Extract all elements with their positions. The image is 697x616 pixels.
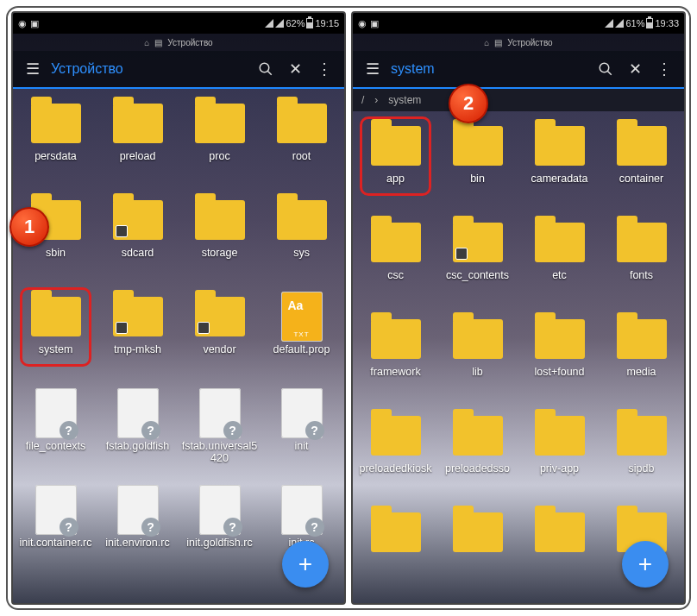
folder-item[interactable]: sys xyxy=(261,191,342,284)
folder-icon xyxy=(110,99,166,148)
item-label: cameradata xyxy=(531,173,587,185)
search-icon[interactable] xyxy=(251,61,280,77)
more-icon[interactable]: ⋮ xyxy=(650,60,679,79)
folder-icon xyxy=(450,218,505,267)
folder-item[interactable]: root xyxy=(261,94,342,187)
file-item[interactable]: init.environ.rc xyxy=(97,481,179,574)
file-item[interactable]: default.prop xyxy=(261,287,342,380)
folder-item[interactable]: preloadedsso xyxy=(436,406,518,500)
file-grid[interactable]: appbincameradatacontainercsccsc_contents… xyxy=(353,111,684,603)
folder-icon xyxy=(368,508,424,556)
signal-icon-2 xyxy=(615,19,624,28)
folder-item[interactable]: sdcard xyxy=(97,191,179,284)
folder-item[interactable]: preload xyxy=(97,94,179,187)
item-label: storage xyxy=(202,247,238,259)
item-label: etc xyxy=(552,269,567,281)
close-icon[interactable]: ✕ xyxy=(280,60,310,79)
crumb-system[interactable]: system xyxy=(388,94,421,106)
folder-icon xyxy=(614,218,669,267)
folder-icon xyxy=(614,412,669,460)
folder-item[interactable]: lib xyxy=(436,310,518,403)
file-item[interactable]: init.container.rc xyxy=(15,481,97,574)
item-label: framework xyxy=(370,366,420,378)
file-item[interactable]: init xyxy=(261,384,342,477)
menu-list-icon[interactable]: ☰ xyxy=(18,60,47,79)
folder-icon xyxy=(368,122,424,170)
folder-icon xyxy=(368,218,424,267)
device-icon: ▤ xyxy=(494,38,502,47)
folder-item[interactable]: cameradata xyxy=(518,116,600,210)
spotify-icon: ◉ xyxy=(18,18,27,29)
item-label: container xyxy=(619,173,663,185)
folder-item[interactable]: preloadedkiosk xyxy=(355,406,436,500)
folder-item[interactable]: storage xyxy=(179,191,261,284)
folder-item[interactable]: etc xyxy=(518,213,600,306)
phone-left: ◉ ▣ 62% 19:15 ⌂ ▤ Устройство ☰ Устройств… xyxy=(11,11,346,605)
folder-item[interactable]: csc xyxy=(355,213,436,306)
battery-percent: 61% xyxy=(625,18,644,28)
spotify-icon: ◉ xyxy=(358,18,367,29)
file-item[interactable]: fstab.goldfish xyxy=(97,384,179,477)
folder-item[interactable]: lost+found xyxy=(518,310,600,403)
close-icon[interactable]: ✕ xyxy=(620,60,650,79)
folder-item[interactable]: media xyxy=(600,310,682,403)
folder-item[interactable]: container xyxy=(600,116,682,210)
notification-icon: ▣ xyxy=(370,18,379,29)
file-item[interactable]: file_contexts xyxy=(15,384,97,477)
item-label: init.container.rc xyxy=(19,537,91,549)
folder-item[interactable]: fonts xyxy=(600,213,682,306)
more-icon[interactable]: ⋮ xyxy=(310,60,339,79)
item-label: lost+found xyxy=(534,366,584,378)
folder-item[interactable]: vendor xyxy=(179,287,261,380)
path-title[interactable]: system xyxy=(387,61,591,77)
folder-item[interactable]: bin xyxy=(436,116,518,210)
item-label: persdata xyxy=(35,150,77,162)
search-icon[interactable] xyxy=(591,61,620,77)
signal-icon-2 xyxy=(275,19,284,28)
folder-icon xyxy=(450,315,505,363)
item-label: default.prop xyxy=(273,343,330,355)
item-label: tmp-mksh xyxy=(114,343,161,355)
item-label: root xyxy=(292,150,311,162)
folder-item[interactable]: app xyxy=(355,116,436,210)
file-item[interactable]: init.goldfish.rc xyxy=(179,481,261,574)
folder-item[interactable]: tmp-mksh xyxy=(97,287,179,380)
file-icon xyxy=(274,486,330,534)
path-title[interactable]: Устройство xyxy=(47,61,251,77)
folder-item[interactable] xyxy=(436,503,518,596)
folder-item[interactable]: system xyxy=(15,287,97,380)
folder-icon xyxy=(192,292,248,341)
clock: 19:33 xyxy=(655,18,679,28)
item-label: app xyxy=(386,173,405,185)
folder-item[interactable]: priv-app xyxy=(518,406,600,500)
home-icon: ⌂ xyxy=(144,38,149,47)
folder-item[interactable] xyxy=(518,503,600,596)
phone-right: ◉ ▣ 61% 19:33 ⌂ ▤ Устройство ☰ system ✕ xyxy=(351,11,686,605)
folder-icon xyxy=(614,315,669,363)
folder-item[interactable]: sipdb xyxy=(600,406,682,500)
folder-icon xyxy=(614,122,669,170)
folder-item[interactable] xyxy=(355,503,436,596)
file-grid[interactable]: persdatapreloadprocrootsbinsdcardstorage… xyxy=(13,89,344,603)
crumb-root[interactable]: / xyxy=(361,94,364,106)
menu-list-icon[interactable]: ☰ xyxy=(358,60,387,79)
breadcrumb[interactable]: / › system xyxy=(353,89,684,111)
file-icon xyxy=(110,486,166,534)
folder-item[interactable]: framework xyxy=(355,310,436,403)
folder-item[interactable]: persdata xyxy=(15,94,97,187)
toolbar: ☰ Устройство ✕ ⋮ xyxy=(13,51,344,89)
item-label: lib xyxy=(472,366,483,378)
item-label: file_contexts xyxy=(26,440,85,452)
item-label: sdcard xyxy=(122,247,154,259)
folder-icon xyxy=(192,99,248,148)
svg-line-3 xyxy=(607,71,612,75)
home-icon: ⌂ xyxy=(484,38,489,47)
battery-icon xyxy=(646,18,653,28)
folder-item[interactable]: csc_contents xyxy=(436,213,518,306)
fab-add-button[interactable]: + xyxy=(622,541,669,588)
file-item[interactable]: fstab.universal5420 xyxy=(179,384,261,477)
folder-icon xyxy=(532,412,587,460)
folder-item[interactable]: proc xyxy=(179,94,261,187)
folder-icon xyxy=(274,99,330,148)
fab-add-button[interactable]: + xyxy=(282,541,329,588)
